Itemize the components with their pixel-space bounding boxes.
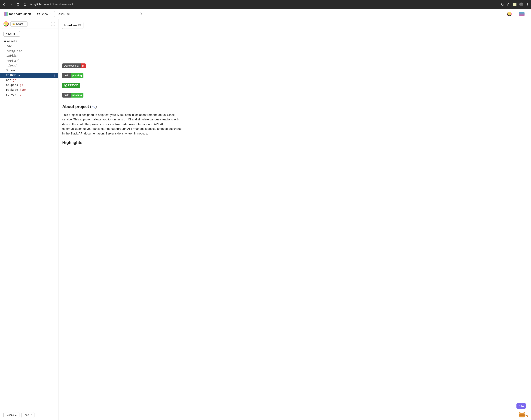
heading-highlights: Highlights bbox=[62, 140, 183, 145]
show-button[interactable]: 🕶 Show ▾ bbox=[37, 12, 51, 16]
rewind-label: Rewind bbox=[5, 414, 14, 417]
editor-pane: Markdown Developed by M build passing bbox=[59, 19, 531, 420]
tree-file-helpers[interactable]: helpers.js bbox=[0, 83, 58, 88]
browser-home-button[interactable] bbox=[23, 2, 27, 7]
tree-file-readme[interactable]: README.md ⋮ bbox=[0, 73, 58, 78]
profile-avatar[interactable] bbox=[519, 2, 523, 6]
badge-build-1[interactable]: build passing bbox=[62, 73, 83, 78]
extension-icon[interactable]: O bbox=[513, 3, 516, 6]
browser-forward-button[interactable] bbox=[9, 2, 13, 7]
project-menu[interactable]: mad-fake-slack ▾ bbox=[4, 12, 33, 16]
url-domain: glitch.com bbox=[34, 3, 47, 6]
sunglasses-icon: 🕶 bbox=[37, 12, 40, 16]
tree-folder-routes[interactable]: ›routes/ bbox=[0, 58, 58, 63]
tree-label: public/ bbox=[6, 54, 18, 58]
search-icon bbox=[139, 12, 143, 16]
project-name: mad-fake-slack bbox=[9, 12, 31, 16]
glitch-top-bar: mad-fake-slack ▾ 🕶 Show ▾ README.md ▾ ▾ bbox=[0, 9, 531, 19]
share-label: Share bbox=[16, 23, 23, 25]
tree-file-env[interactable]: ⚿.env bbox=[0, 68, 58, 73]
more-icon[interactable]: ⋮ bbox=[53, 73, 56, 78]
badge-right: passing bbox=[71, 93, 83, 98]
chevron-right-icon: › bbox=[3, 64, 5, 67]
tree-label: assets bbox=[7, 39, 17, 44]
tools-button[interactable]: Tools ⌃ bbox=[21, 412, 34, 418]
lock-icon bbox=[30, 2, 33, 6]
chevron-right-icon: › bbox=[3, 49, 5, 53]
bookmark-star-icon[interactable] bbox=[507, 3, 510, 6]
file-tree: ▣ assets ›db/ ›examples/ ›public/ ›route… bbox=[0, 38, 58, 410]
badge-passed[interactable]: PASSED bbox=[62, 83, 80, 88]
readme-preview: Developed by M build passing PASSED buil… bbox=[59, 29, 190, 155]
browser-chrome: glitch.com/edit/#!/mad-fake-slack O ⋮ bbox=[0, 0, 531, 9]
tree-label: helpers.js bbox=[6, 83, 23, 87]
browser-menu-icon[interactable]: ⋮ bbox=[526, 2, 529, 6]
ru-link[interactable]: RU bbox=[92, 105, 96, 108]
tree-folder-views[interactable]: ›views/ bbox=[0, 63, 58, 68]
team-menu[interactable]: ▾ bbox=[519, 12, 527, 16]
share-button[interactable]: 🔒 Share ▾ bbox=[10, 21, 28, 27]
assets-icon: ▣ bbox=[4, 39, 6, 44]
chevron-down-icon: ▾ bbox=[32, 13, 33, 15]
badge-developed-by[interactable]: Developed by M bbox=[62, 63, 86, 68]
rewind-icon: ◂◂ bbox=[15, 414, 17, 417]
tools-label: Tools bbox=[23, 414, 29, 417]
tree-label: routes/ bbox=[6, 58, 18, 63]
team-avatar-icon bbox=[519, 12, 525, 16]
project-thumb-icon bbox=[4, 12, 8, 16]
svg-point-3 bbox=[79, 25, 80, 25]
markdown-label: Markdown bbox=[64, 24, 77, 27]
chevron-down-icon: ▾ bbox=[514, 13, 515, 15]
show-label: Show bbox=[41, 12, 48, 16]
tree-folder-db[interactable]: ›db/ bbox=[0, 44, 58, 49]
tree-label: db/ bbox=[6, 44, 12, 48]
badge-left: build bbox=[62, 73, 71, 78]
lock-icon: 🔒 bbox=[13, 23, 15, 25]
tree-label: bot.js bbox=[6, 78, 16, 82]
badge-build-2[interactable]: build passing bbox=[62, 93, 83, 98]
eye-icon bbox=[78, 23, 81, 27]
translate-icon[interactable] bbox=[500, 3, 504, 6]
badge-label: PASSED bbox=[68, 84, 78, 87]
new-file-button[interactable]: New File ▾ bbox=[3, 31, 20, 37]
tree-label: README.md bbox=[6, 73, 21, 78]
svg-point-2 bbox=[140, 13, 142, 14]
chevron-down-icon: ▾ bbox=[25, 23, 25, 25]
collapse-sidebar-button[interactable]: ◂ bbox=[51, 22, 55, 26]
tree-label: package.json bbox=[6, 88, 27, 92]
chevron-right-icon: › bbox=[3, 59, 5, 62]
account-menu[interactable]: ▾ bbox=[507, 12, 515, 16]
mascot-cat-icon[interactable] bbox=[516, 409, 528, 419]
rewind-button[interactable]: Rewind ◂◂ bbox=[3, 412, 19, 418]
svg-rect-6 bbox=[519, 415, 525, 416]
svg-rect-5 bbox=[519, 414, 525, 415]
tree-folder-examples[interactable]: ›examples/ bbox=[0, 49, 58, 54]
browser-back-button[interactable] bbox=[2, 2, 6, 7]
browser-reload-button[interactable] bbox=[16, 2, 20, 7]
new-badge[interactable]: New bbox=[516, 403, 526, 409]
tree-file-bot[interactable]: bot.js bbox=[0, 78, 58, 83]
svg-point-7 bbox=[520, 416, 521, 416]
tree-file-server[interactable]: server.js bbox=[0, 92, 58, 97]
circle-arrow-icon bbox=[64, 84, 67, 87]
url-path: /edit/#!/mad-fake-slack bbox=[47, 3, 74, 6]
new-file-label: New File bbox=[6, 32, 16, 35]
tree-file-package[interactable]: package.json bbox=[0, 88, 58, 92]
badge-left: Developed by bbox=[62, 63, 81, 68]
file-search-input[interactable]: README.md bbox=[54, 11, 144, 17]
tree-label: examples/ bbox=[6, 49, 22, 53]
chevron-down-icon: ▾ bbox=[50, 13, 51, 15]
browser-address-bar[interactable]: glitch.com/edit/#!/mad-fake-slack bbox=[30, 2, 498, 6]
chevron-down-icon: ▾ bbox=[526, 13, 527, 15]
tree-label: .env bbox=[9, 68, 16, 73]
tree-assets[interactable]: ▣ assets bbox=[0, 39, 58, 44]
tree-folder-public[interactable]: ›public/ bbox=[0, 53, 58, 58]
badge-left: build bbox=[62, 93, 71, 98]
heading-about: About project (RU) bbox=[62, 104, 183, 109]
chevron-right-icon: › bbox=[3, 54, 5, 58]
badge-right: passing bbox=[71, 73, 83, 78]
presence-avatar-icon[interactable] bbox=[3, 21, 9, 27]
markdown-toggle-button[interactable]: Markdown bbox=[62, 22, 83, 29]
svg-point-8 bbox=[523, 416, 523, 416]
user-avatar-icon bbox=[507, 12, 512, 16]
